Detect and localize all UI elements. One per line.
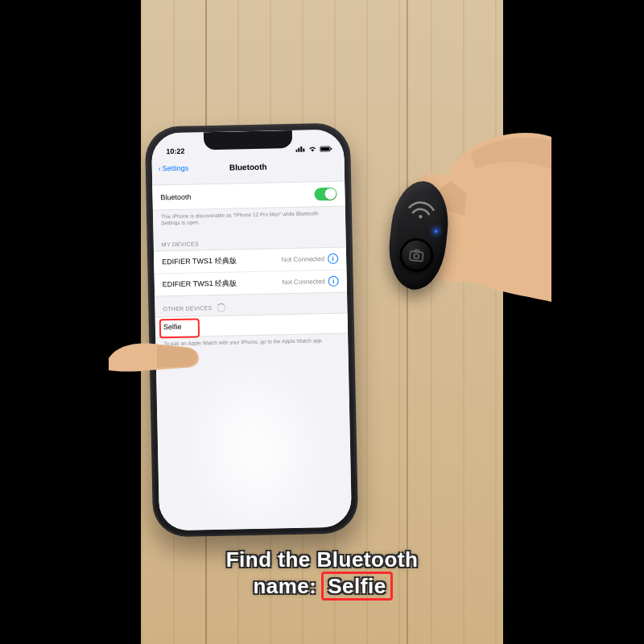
video-frame: 10:22 ‹ Settings Bluetooth [141, 0, 503, 644]
caption-line2: name: Selfie [141, 573, 503, 600]
svg-point-5 [414, 254, 419, 259]
status-time: 10:22 [166, 147, 184, 155]
chevron-left-icon: ‹ [159, 164, 161, 172]
instruction-caption: Find the Bluetooth name: Selfie [141, 547, 503, 599]
device-name: EDIFIER TWS1 经典版 [163, 278, 237, 290]
page-title: Bluetooth [229, 162, 267, 171]
svg-rect-4 [410, 251, 423, 262]
bluetooth-toggle-section: Bluetooth [152, 181, 345, 211]
caption-target-name: Selfie [328, 574, 386, 598]
bluetooth-toggle-on[interactable] [314, 188, 336, 201]
bluetooth-toggle-row[interactable]: Bluetooth [152, 182, 345, 210]
device-status: Not Connected [282, 278, 325, 286]
caption-prefix: name: [253, 574, 316, 598]
info-icon[interactable]: i [328, 254, 338, 264]
back-button[interactable]: ‹ Settings [159, 164, 189, 173]
device-status: Not Connected [282, 255, 325, 263]
info-icon[interactable]: i [328, 276, 339, 287]
svg-rect-2 [331, 148, 332, 150]
status-led [434, 229, 437, 233]
svg-point-3 [419, 215, 423, 219]
svg-rect-1 [320, 147, 329, 151]
left-hand-finger [109, 326, 213, 382]
spinner-icon [217, 303, 225, 312]
device-name: EDIFIER TWS1 经典版 [162, 255, 237, 267]
my-devices-list: EDIFIER TWS1 经典版 Not Connected i EDIFIER… [154, 246, 347, 296]
device-row[interactable]: EDIFIER TWS1 经典版 Not Connected i [155, 270, 348, 295]
status-icons [295, 146, 332, 153]
camera-icon [407, 246, 426, 265]
bluetooth-label: Bluetooth [160, 193, 191, 202]
caption-line1: Find the Bluetooth [141, 547, 503, 573]
nav-bar: ‹ Settings Bluetooth [151, 154, 345, 180]
iphone-notch [203, 130, 291, 150]
back-label: Settings [163, 164, 189, 173]
shutter-button [398, 237, 435, 274]
wifi-icon [405, 197, 438, 221]
other-devices-header: OTHER DEVICES [163, 305, 212, 312]
